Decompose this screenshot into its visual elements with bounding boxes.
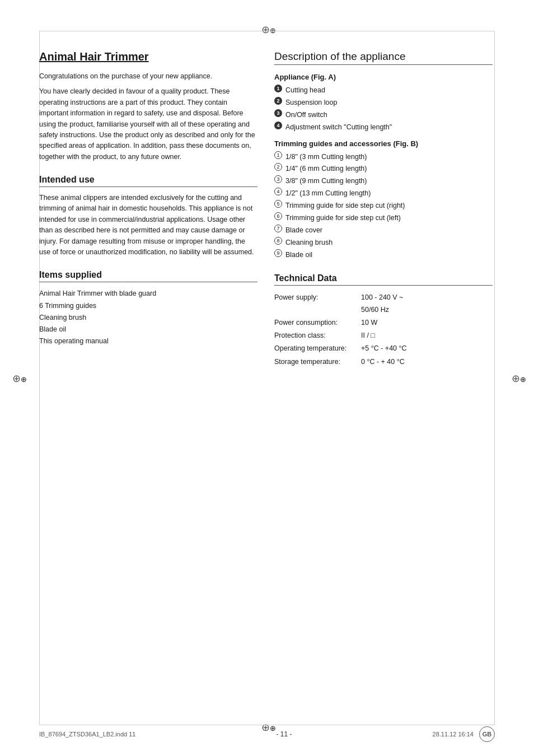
circle-5: 5 [274, 200, 282, 208]
intro-para-1: Congratulations on the purchase of your … [39, 71, 257, 82]
page: ⊕ ⊕ ⊕ ⊕ Animal Hair Trimmer Congratulati… [0, 0, 534, 756]
trimming-item-2: 1/4" (6 mm Cutting length) [285, 163, 367, 175]
table-row: Protection class: II / □ [274, 329, 493, 342]
tech-label: Power supply: [274, 291, 361, 316]
gb-badge: GB [479, 726, 495, 742]
list-item: 9 Blade oil [274, 249, 493, 262]
circle-9: 9 [274, 249, 282, 257]
circle-3: 3 [274, 175, 282, 183]
intended-use-section: Intended use These animal clippers are i… [39, 175, 257, 258]
list-item: 3 3/8" (9 mm Cutting length) [274, 175, 493, 188]
appliance-item-4: Adjustment switch "Cutting length" [285, 122, 392, 134]
left-column: Animal Hair Trimmer Congratulations on t… [39, 50, 257, 381]
list-item: 6 Trimming guide for side step cut (left… [274, 212, 493, 225]
tech-value: 0 °C - + 40 °C [361, 356, 493, 368]
tech-label: Operating temperature: [274, 342, 361, 355]
intro-para-2: You have clearly decided in favour of a … [39, 86, 257, 162]
list-item: 2 Suspension loop [274, 97, 493, 109]
appliance-item-3: On/Off switch [285, 109, 327, 122]
tech-value: +5 °C - +40 °C [361, 342, 493, 355]
main-content: Animal Hair Trimmer Congratulations on t… [39, 50, 495, 381]
trimming-item-8: Cleaning brush [285, 237, 332, 249]
intro-section: Congratulations on the purchase of your … [39, 71, 257, 162]
list-item: 3 On/Off switch [274, 109, 493, 122]
list-item: 4 1/2" (13 mm Cutting length) [274, 188, 493, 200]
crosshair-top: ⊕ [261, 24, 273, 35]
table-row: Power supply: 100 - 240 V ~50/60 Hz [274, 291, 493, 316]
list-item: 4 Adjustment switch "Cutting length" [274, 122, 493, 134]
tech-label: Storage temperature: [274, 356, 361, 368]
page-number: - 11 - [277, 730, 292, 738]
list-item: This operating manual [39, 335, 257, 347]
footer-right: 28.11.12 16:14 [433, 731, 474, 738]
trimming-item-4: 1/2" (13 mm Cutting length) [285, 188, 371, 200]
appliance-item-1: Cutting head [285, 85, 325, 97]
tech-value: II / □ [361, 329, 493, 342]
tech-label: Power consumption: [274, 316, 361, 329]
appliance-list: 1 Cutting head 2 Suspension loop 3 On/Of… [274, 85, 493, 134]
tech-value: 100 - 240 V ~50/60 Hz [361, 291, 493, 316]
circle-4: 4 [274, 188, 282, 195]
circle-8: 8 [274, 237, 282, 245]
border-bottom [39, 725, 495, 725]
tech-label: Protection class: [274, 329, 361, 342]
trimming-item-6: Trimming guide for side step cut (left) [285, 212, 401, 225]
crosshair-left: ⊕ [12, 372, 24, 384]
list-item: 6 Trimming guides [39, 300, 257, 312]
items-supplied-section: Items supplied Animal Hair Trimmer with … [39, 270, 257, 347]
border-top [39, 31, 495, 31]
table-row: Operating temperature: +5 °C - +40 °C [274, 342, 493, 355]
intended-use-text: These animal clippers are intended exclu… [39, 193, 257, 258]
trimming-item-7: Blade cover [285, 225, 322, 237]
description-title: Description of the appliance [274, 50, 493, 65]
list-item: Animal Hair Trimmer with blade guard [39, 288, 257, 300]
intended-use-title: Intended use [39, 175, 257, 187]
list-item: 1 1/8" (3 mm Cutting length) [274, 151, 493, 164]
list-item: Cleaning brush [39, 312, 257, 324]
appliance-item-2: Suspension loop [285, 97, 337, 109]
trimming-item-9: Blade oil [285, 249, 312, 262]
trimming-list: 1 1/8" (3 mm Cutting length) 2 1/4" (6 m… [274, 151, 493, 262]
items-list: Animal Hair Trimmer with blade guard 6 T… [39, 288, 257, 347]
circle-7: 7 [274, 225, 282, 232]
list-item: 5 Trimming guide for side step cut (righ… [274, 200, 493, 212]
bullet-3: 3 [274, 109, 282, 117]
description-section: Description of the appliance Appliance (… [274, 50, 493, 261]
technical-data-section: Technical Data Power supply: 100 - 240 V… [274, 273, 493, 368]
footer-left: IB_87694_ZTSD36A1_LB2.indd 11 [39, 731, 135, 738]
bullet-1: 1 [274, 85, 282, 92]
trimming-item-1: 1/8" (3 mm Cutting length) [285, 151, 367, 164]
list-item: 8 Cleaning brush [274, 237, 493, 249]
list-item: 7 Blade cover [274, 225, 493, 237]
tech-table: Power supply: 100 - 240 V ~50/60 Hz Powe… [274, 291, 493, 368]
page-title: Animal Hair Trimmer [39, 50, 257, 63]
trimming-fig-subtitle: Trimming guides and accessories (Fig. B) [274, 139, 493, 148]
list-item: 1 Cutting head [274, 85, 493, 97]
footer: IB_87694_ZTSD36A1_LB2.indd 11 - 11 - 28.… [39, 726, 495, 742]
tech-value: 10 W [361, 316, 493, 329]
bullet-2: 2 [274, 97, 282, 105]
technical-data-title: Technical Data [274, 273, 493, 286]
list-item: Blade oil [39, 324, 257, 335]
bullet-4: 4 [274, 122, 282, 129]
appliance-fig-subtitle: Appliance (Fig. A) [274, 73, 493, 81]
items-supplied-title: Items supplied [39, 270, 257, 282]
table-row: Power consumption: 10 W [274, 316, 493, 329]
right-column: Description of the appliance Appliance (… [274, 50, 493, 381]
table-row: Storage temperature: 0 °C - + 40 °C [274, 356, 493, 368]
circle-6: 6 [274, 212, 282, 220]
crosshair-right: ⊕ [512, 372, 523, 384]
trimming-item-3: 3/8" (9 mm Cutting length) [285, 175, 367, 188]
circle-2: 2 [274, 163, 282, 171]
trimming-item-5: Trimming guide for side step cut (right) [285, 200, 405, 212]
list-item: 2 1/4" (6 mm Cutting length) [274, 163, 493, 175]
circle-1: 1 [274, 151, 282, 159]
